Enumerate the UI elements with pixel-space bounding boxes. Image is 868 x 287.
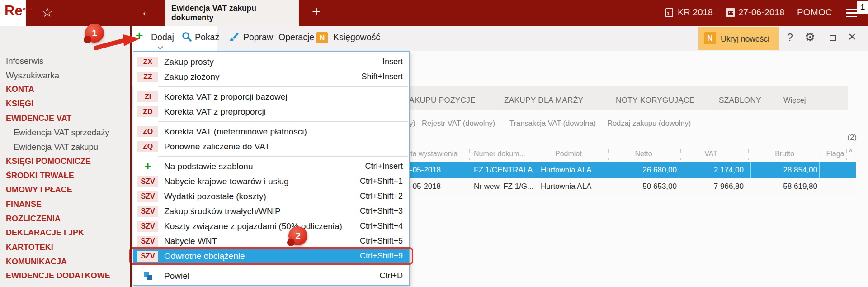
menu-item-zakup-prosty[interactable]: ZXZakup prostyInsert [133, 54, 409, 69]
column-header-brutto[interactable]: Brutto [752, 150, 817, 158]
hamburger-menu-icon[interactable] [846, 9, 857, 17]
menu-item-label: Korekta VAT z preproporcji [164, 107, 266, 117]
sidebar-item-wyszukiwarka[interactable]: Wyszukiwarka [0, 68, 130, 83]
app-logo[interactable]: RePRO [0, 0, 26, 26]
sidebar-divider [130, 26, 132, 287]
sidebar-item-rozliczenia[interactable]: ROZLICZENIA [0, 212, 130, 226]
sidebar-item-ewidencja-vat-zakupu[interactable]: Ewidencja VAT zakupu [0, 140, 130, 154]
menu-item-shortcut: Ctrl+Shift+4 [360, 221, 403, 231]
close-icon[interactable]: × [848, 29, 856, 44]
sidebar-item-konta[interactable]: KONTA [0, 82, 130, 97]
column-divider [538, 149, 538, 160]
column-header-date[interactable]: ta wystawienia [410, 150, 458, 158]
menu-item-label: Na podstawie szablonu [164, 162, 253, 172]
edit-button[interactable]: Popraw [243, 32, 273, 43]
sidebar-item-finanse[interactable]: FINANSE [0, 197, 130, 212]
gear-icon[interactable]: ⚙ [805, 30, 815, 44]
menu-item-nabycie-krajowe-towarów-i-usług[interactable]: SZVNabycie krajowe towarów i usługCtrl+S… [133, 174, 409, 189]
column-header-vat[interactable]: VAT [678, 150, 744, 158]
sidebar-item-ewidencje-vat[interactable]: EWIDENCJE VAT [0, 111, 130, 126]
filter-rejestr-vat-dowolny[interactable]: Rejestr VAT (dowolny) [422, 119, 495, 128]
column-header-number[interactable]: Numer dokum... [474, 150, 525, 158]
notification-badge[interactable]: 1 [857, 1, 868, 14]
sidebar-nav: InfoserwisWyszukiwarkaKONTAKSIĘGIEWIDENC… [0, 54, 130, 283]
menu-item-odwrotne-obciążenie[interactable]: SZVOdwrotne obciążenieCtrl+Shift+9 [133, 249, 409, 263]
operations-button[interactable]: Operacje [278, 32, 314, 43]
menu-separator [158, 266, 408, 266]
sidebar-item-deklaracje-i-jpk[interactable]: DEKLARACJE I JPK [0, 226, 130, 240]
menu-item-label: Powiel [164, 271, 189, 281]
new-tab-icon[interactable]: + [312, 3, 321, 20]
new-feature-badge: N [316, 32, 328, 43]
date-selector[interactable]: 27-06-2018 [738, 7, 784, 18]
menu-item-shortcut: Shift+Insert [361, 72, 403, 81]
sidebar-item-księgi-pomocnicze[interactable]: KSIĘGI POMOCNICZE [0, 154, 130, 169]
logo-pro-sup: PRO [23, 7, 32, 11]
menu-separator [158, 86, 408, 87]
menu-item-korekta-vat-z-proporcji-bazowej[interactable]: ZIKorekta VAT z proporcji bazowej [133, 89, 409, 104]
menu-item-korekta-vat-nieterminowe-płatności[interactable]: ZOKorekta VAT (nieterminowe płatności) [133, 124, 409, 139]
brush-icon[interactable] [228, 31, 240, 43]
sidebar-item-umowy-i-płace[interactable]: UMOWY I PŁACE [0, 183, 130, 197]
back-arrow-icon[interactable]: ← [140, 4, 154, 20]
tab-więcej[interactable]: Więcej [783, 96, 806, 105]
sidebar-item-kartoteki[interactable]: KARTOTEKI [0, 240, 130, 255]
restore-window-icon[interactable] [830, 35, 836, 41]
doc-type-badge: ZQ [137, 141, 158, 152]
copy-icon [137, 272, 158, 280]
filter-transakcja-vat-dowolna[interactable]: Transakcja VAT (dowolna) [509, 119, 596, 128]
sidebar-item-księgi[interactable]: KSIĘGI [0, 97, 130, 111]
sidebar-item-komunikacja[interactable]: KOMUNIKACJA [0, 255, 130, 269]
sidebar-item-ewidencja-vat-sprzedaży[interactable]: Ewidencja VAT sprzedaży [0, 125, 130, 140]
sidebar-item-ewidencje-dodatkowe[interactable]: EWIDENCJE DODATKOWE [0, 269, 130, 283]
cell-netto: 26 680,00 [610, 166, 677, 175]
column-header-flag[interactable]: Flaga [823, 150, 848, 158]
cell-party: Hurtownia ALA [541, 166, 609, 175]
show-button[interactable]: Pokaż [195, 32, 219, 43]
menu-item-shortcut: Insert [382, 57, 403, 67]
menu-item-wydatki-pozostałe-koszty[interactable]: SZVWydatki pozostałe (koszty)Ctrl+Shift+… [133, 189, 409, 204]
period-selector[interactable]: KR 2018 [678, 7, 713, 18]
menu-item-powiel[interactable]: PowielCtrl+D [133, 268, 409, 283]
menu-item-na-podstawie-szablonu[interactable]: +Na podstawie szablonuCtrl+Insert [133, 159, 409, 174]
app-window: RePRO ☆ ← Ewidencja VAT zakupu dokumenty… [0, 0, 868, 287]
accounting-button[interactable]: Księgowość [333, 32, 380, 43]
doc-type-badge: ZI [137, 91, 158, 102]
menu-item-label: Zakup prosty [164, 57, 214, 67]
tab-akupu-pozycje[interactable]: AKUPU POZYCJE [409, 96, 476, 105]
active-module-tab[interactable]: Ewidencja VAT zakupu dokumenty [165, 0, 299, 26]
favorites-star-icon[interactable]: ☆ [42, 5, 53, 20]
menu-item-shortcut: Ctrl+Shift+9 [360, 251, 403, 261]
sidebar-item-środki-trwałe[interactable]: ŚRODKI TRWAŁE [0, 169, 130, 183]
scroll-up-icon[interactable]: ^ [849, 148, 853, 157]
tab-zakupy-dla-marży[interactable]: ZAKUPY DLA MARŻY [504, 96, 583, 105]
column-header-netto[interactable]: Netto [610, 150, 677, 158]
menu-item-nabycie-wnt[interactable]: SZVNabycie WNTCtrl+Shift+5 [133, 234, 409, 249]
menu-item-ponowne-zaliczenie-do-vat[interactable]: ZQPonowne zaliczenie do VAT [133, 139, 409, 154]
add-button[interactable]: Dodaj [151, 32, 174, 43]
column-header-party[interactable]: Podmiot [555, 150, 582, 158]
menu-item-shortcut: Ctrl+Shift+1 [360, 177, 403, 186]
filter-y[interactable]: y) [409, 119, 415, 128]
menu-item-koszty-związane-z-pojazdami-50-odliczenia[interactable]: SZVKoszty związane z pojazdami (50% odli… [133, 219, 409, 234]
search-show-icon[interactable] [182, 32, 192, 42]
menu-item-zakup-środków-trwałych-wnip[interactable]: SZVZakup środków trwałych/WNiPCtrl+Shift… [133, 204, 409, 219]
menu-separator [158, 156, 408, 157]
filter-rodzaj-zakupu-dowolny[interactable]: Rodzaj zakupu (dowolny) [607, 119, 691, 128]
menu-item-label: Wydatki pozostałe (koszty) [164, 191, 266, 201]
menu-item-korekta-vat-z-preproporcji[interactable]: ZDKorekta VAT z preproporcji [133, 104, 409, 119]
annotation-step-2: 2 [288, 226, 307, 245]
column-divider [469, 149, 470, 160]
cell-number: FZ 1/CENTRALA... [474, 166, 538, 175]
menu-item-zakup-złożony[interactable]: ZZZakup złożonyShift+Insert [133, 69, 409, 84]
tab-noty-korygujące[interactable]: NOTY KORYGUJĄCE [616, 96, 694, 105]
help-icon[interactable]: ? [787, 32, 793, 44]
sidebar-item-infoserwis[interactable]: Infoserwis [0, 54, 130, 68]
hide-news-label[interactable]: Ukryj nowości [721, 34, 769, 44]
menu-item-label: Korekta VAT z proporcji bazowej [164, 92, 287, 102]
plus-icon: + [137, 161, 158, 172]
ledger-icon: 1 [665, 8, 673, 17]
tab-szablony[interactable]: SZABLONY [719, 96, 761, 105]
help-menu[interactable]: POMOC [797, 7, 832, 18]
menu-item-label: Koszty związane z pojazdami (50% odlicze… [164, 221, 342, 231]
